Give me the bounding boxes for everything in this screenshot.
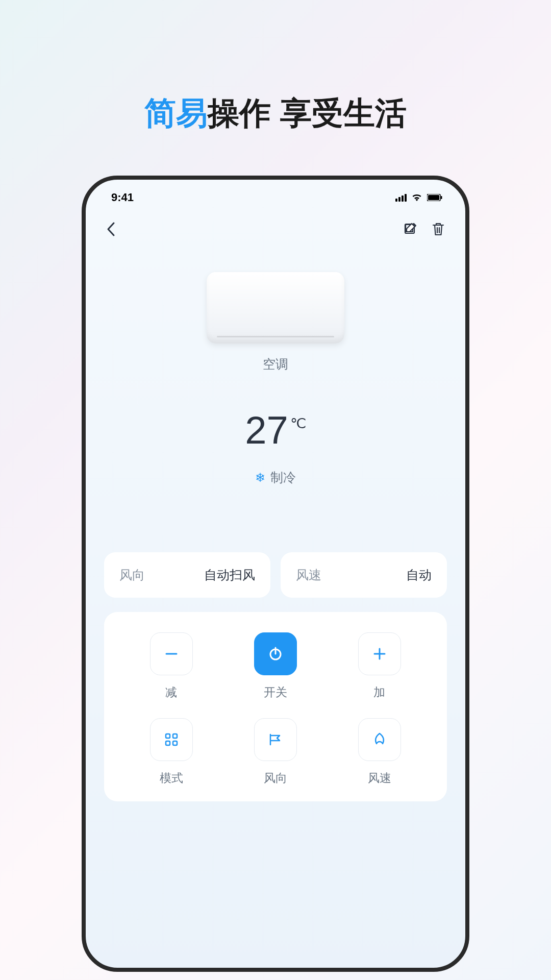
mode-label-btn: 模式 [160, 770, 183, 786]
title-accent: 简易 [144, 95, 208, 131]
wind-direction-value: 自动扫风 [204, 567, 255, 583]
svg-rect-10 [173, 734, 177, 738]
svg-rect-9 [166, 734, 170, 738]
wind-speed-label-btn: 风速 [368, 770, 391, 786]
page-title: 简易操作 享受生活 [0, 0, 551, 135]
increase-label: 加 [373, 684, 385, 700]
battery-icon [427, 191, 442, 204]
wind-direction-button[interactable] [254, 718, 297, 761]
mode-display: ❄ 制冷 [255, 469, 296, 486]
svg-rect-12 [173, 741, 177, 745]
temperature-display: 27 ℃ [245, 411, 306, 450]
title-rest: 操作 享受生活 [208, 95, 406, 131]
wind-direction-label-btn: 风向 [264, 770, 287, 786]
device-name: 空调 [263, 356, 288, 373]
mode-button[interactable] [150, 718, 193, 761]
svg-rect-1 [428, 195, 439, 200]
wind-speed-label: 风速 [296, 567, 321, 583]
edit-button[interactable] [403, 222, 417, 238]
wind-direction-label: 风向 [119, 567, 145, 583]
status-indicators [395, 191, 442, 204]
signal-icon [395, 194, 407, 202]
temperature-unit: ℃ [290, 415, 306, 432]
status-bar: 9:41 [86, 180, 465, 209]
temperature-section: 27 ℃ ❄ 制冷 [86, 373, 465, 486]
decrease-button[interactable] [150, 632, 193, 675]
mode-label: 制冷 [270, 469, 296, 486]
power-button[interactable] [254, 632, 297, 675]
ac-unit-image [207, 272, 344, 344]
snowflake-icon: ❄ [255, 471, 265, 485]
info-cards: 风向 自动扫风 风速 自动 [86, 486, 465, 598]
decrease-label: 减 [165, 684, 177, 700]
power-label: 开关 [264, 684, 287, 700]
wifi-icon [412, 191, 422, 204]
delete-button[interactable] [432, 222, 445, 238]
device-section: 空调 [86, 244, 465, 373]
status-time: 9:41 [111, 191, 134, 204]
increase-button[interactable] [358, 632, 401, 675]
wind-speed-card[interactable]: 风速 自动 [281, 552, 447, 598]
wind-speed-button[interactable] [358, 718, 401, 761]
svg-rect-11 [166, 741, 170, 745]
temperature-value: 27 [245, 411, 288, 450]
wind-speed-value: 自动 [406, 567, 432, 583]
svg-rect-2 [441, 196, 442, 199]
control-panel: 减 开关 加 模式 [104, 612, 447, 801]
back-button[interactable] [106, 222, 115, 239]
phone-frame: 9:41 空调 27 ℃ [82, 176, 469, 972]
wind-direction-card[interactable]: 风向 自动扫风 [104, 552, 270, 598]
nav-bar [86, 209, 465, 244]
